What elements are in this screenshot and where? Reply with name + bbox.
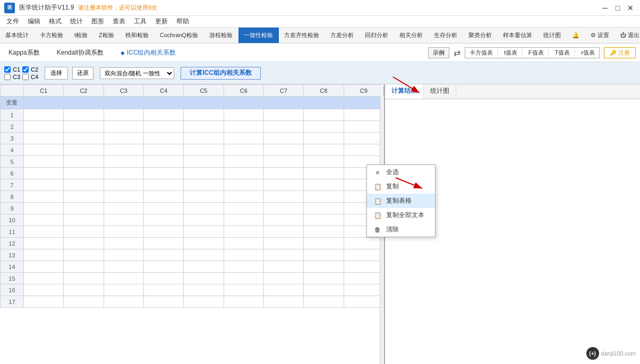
restore-button[interactable]: 还原 bbox=[72, 67, 93, 80]
table-row: 14 bbox=[1, 261, 384, 273]
menu-help[interactable]: 帮助 bbox=[172, 16, 193, 27]
row-num-7: 7 bbox=[1, 179, 24, 191]
var-c1[interactable] bbox=[23, 97, 63, 109]
col-header-c3[interactable]: C3 bbox=[104, 85, 143, 97]
stat-tables: 卡方值表 t值表 F值表 T值表 r值表 bbox=[465, 47, 600, 58]
tab-T-table[interactable]: T值表 bbox=[551, 48, 575, 58]
context-select-all[interactable]: ≡ 全选 bbox=[367, 165, 435, 179]
menu-table[interactable]: 查表 bbox=[108, 16, 130, 27]
row-num-17: 17 bbox=[1, 296, 24, 308]
tab-t-table[interactable]: t值表 bbox=[500, 48, 522, 58]
col-header-c2[interactable]: C2 bbox=[64, 85, 104, 97]
sub-tab-kappa[interactable]: Kappa系数 bbox=[4, 46, 44, 59]
col-header-c9[interactable]: C9 bbox=[344, 85, 383, 97]
results-tab-calc[interactable]: 计算结果 bbox=[385, 84, 424, 99]
col-header-c5[interactable]: C5 bbox=[184, 85, 224, 97]
table-row: 10 bbox=[1, 214, 384, 226]
nav-z-test[interactable]: Z检验 bbox=[93, 28, 120, 43]
calculate-button[interactable]: 计算ICC组内相关系数 bbox=[181, 67, 261, 80]
checkbox-c3[interactable] bbox=[4, 74, 11, 80]
context-clear[interactable]: 🗑 清除 bbox=[367, 222, 435, 237]
maximize-button[interactable]: □ bbox=[612, 3, 623, 13]
menu-file[interactable]: 文件 bbox=[2, 16, 23, 27]
nav-sample-size[interactable]: 样本量估算 bbox=[498, 28, 538, 43]
row-num-8: 8 bbox=[1, 191, 24, 203]
var-c4[interactable] bbox=[143, 97, 183, 109]
close-button[interactable]: ✕ bbox=[625, 3, 636, 13]
var-c9[interactable] bbox=[344, 97, 383, 109]
menu-edit[interactable]: 编辑 bbox=[23, 16, 45, 27]
nav-run-test[interactable]: 游程检验 bbox=[204, 28, 238, 43]
menu-tools[interactable]: 工具 bbox=[130, 16, 151, 27]
var-c7[interactable] bbox=[263, 97, 303, 109]
col-header-c1[interactable]: C1 bbox=[23, 85, 63, 97]
table-row: 16 bbox=[1, 284, 384, 296]
nav-settings[interactable]: ⚙ 设置 bbox=[585, 28, 615, 43]
table-row: 1 bbox=[1, 109, 384, 121]
context-copy-all-text[interactable]: 📋 复制全部文本 bbox=[367, 208, 435, 222]
nav-regression[interactable]: 回归分析 bbox=[360, 28, 394, 43]
model-dropdown[interactable]: 双向混合/随机 一致性 单向随机 一致性 双向混合 绝对一致 bbox=[100, 67, 174, 79]
sub-tab-icc[interactable]: ICC组内相关系数 bbox=[116, 46, 181, 59]
tab-f-table[interactable]: F值表 bbox=[524, 48, 549, 58]
table-row: 3 bbox=[1, 133, 384, 144]
nav-survival[interactable]: 生存分析 bbox=[429, 28, 463, 43]
data-table-area[interactable]: C1 C2 C3 C4 C5 C6 C7 C8 C9 变量 bbox=[0, 84, 385, 364]
swap-icon[interactable]: ⇄ bbox=[454, 48, 460, 58]
nav-exit[interactable]: ⏻ 退出 bbox=[615, 28, 640, 43]
context-clear-label: 清除 bbox=[386, 225, 399, 234]
var-c2[interactable] bbox=[64, 97, 104, 109]
col-header-c6[interactable]: C6 bbox=[224, 85, 263, 97]
var-c8[interactable] bbox=[304, 97, 344, 109]
nav-anova[interactable]: 方差分析 bbox=[325, 28, 360, 43]
row-num-1: 1 bbox=[1, 109, 24, 121]
cell-1-c1[interactable] bbox=[23, 109, 63, 121]
nav-chi-square[interactable]: 卡方检验 bbox=[35, 28, 69, 43]
sub-toolbar: Kappa系数 Kendall协调系数 ICC组内相关系数 示例 ⇄ 卡方值表 … bbox=[0, 44, 640, 62]
table-row: 15 bbox=[1, 273, 384, 284]
watermark: (+) danji100.com bbox=[586, 347, 636, 360]
label-c4: C4 bbox=[31, 74, 38, 80]
checkbox-c4[interactable] bbox=[22, 74, 29, 80]
menu-update[interactable]: 更新 bbox=[151, 16, 172, 27]
nav-correlation[interactable]: 相关分析 bbox=[394, 28, 429, 43]
nav-toolbar: 基本统计 卡方检验 t检验 Z检验 秩和检验 CochranQ检验 游程检验 一… bbox=[0, 28, 640, 44]
nav-stat-chart[interactable]: 统计图 bbox=[538, 28, 567, 43]
nav-t-test[interactable]: t检验 bbox=[69, 28, 93, 43]
minimize-button[interactable]: ─ bbox=[600, 3, 610, 13]
col-header-c7[interactable]: C7 bbox=[263, 85, 303, 97]
example-button[interactable]: 示例 bbox=[428, 47, 449, 58]
checkbox-c1[interactable] bbox=[4, 66, 11, 73]
copy-all-text-icon: 📋 bbox=[373, 211, 382, 220]
register-button[interactable]: 注册 bbox=[604, 47, 636, 58]
table-row: 7 bbox=[1, 179, 384, 191]
menu-stats[interactable]: 统计 bbox=[66, 16, 87, 27]
nav-bell[interactable]: 🔔 bbox=[567, 28, 585, 43]
col-header-c4[interactable]: C4 bbox=[143, 85, 183, 97]
sub-tab-kendall[interactable]: Kendall协调系数 bbox=[53, 46, 108, 59]
var-c6[interactable] bbox=[224, 97, 263, 109]
select-button[interactable]: 选择 bbox=[45, 67, 68, 80]
results-tab-chart[interactable]: 统计图 bbox=[424, 84, 456, 99]
nav-rank-sum[interactable]: 秩和检验 bbox=[120, 28, 155, 43]
menu-chart[interactable]: 图形 bbox=[87, 16, 108, 27]
context-copy-table[interactable]: 📋 复制表格 bbox=[367, 194, 435, 208]
tab-r-table[interactable]: r值表 bbox=[577, 48, 599, 58]
results-tabs: 计算结果 统计图 bbox=[385, 84, 640, 99]
var-c3[interactable] bbox=[104, 97, 143, 109]
corner-header bbox=[1, 85, 24, 97]
menu-format[interactable]: 格式 bbox=[45, 16, 66, 27]
var-c5[interactable] bbox=[184, 97, 224, 109]
row-num-14: 14 bbox=[1, 261, 24, 273]
row-num-5: 5 bbox=[1, 156, 24, 168]
col-header-c8[interactable]: C8 bbox=[304, 85, 344, 97]
context-copy[interactable]: 📋 复制 bbox=[367, 179, 435, 194]
nav-cluster[interactable]: 聚类分析 bbox=[463, 28, 498, 43]
nav-basic-stats[interactable]: 基本统计 bbox=[0, 28, 35, 43]
tab-chi-table[interactable]: 卡方值表 bbox=[465, 48, 498, 58]
nav-cochranq[interactable]: CochranQ检验 bbox=[155, 28, 204, 43]
checkbox-c2[interactable] bbox=[22, 66, 29, 73]
nav-consistency[interactable]: 一致性检验 bbox=[238, 28, 279, 43]
label-c3: C3 bbox=[13, 74, 20, 80]
nav-homogeneity[interactable]: 方差齐性检验 bbox=[279, 28, 325, 43]
